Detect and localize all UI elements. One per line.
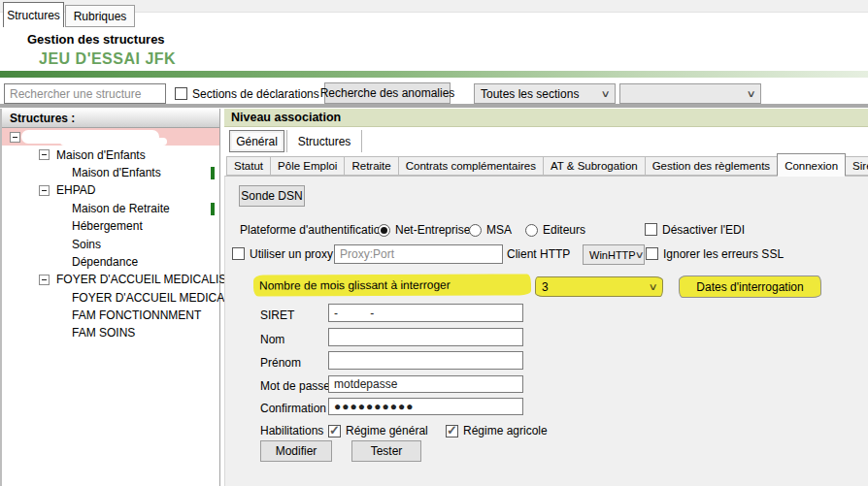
use-proxy-checkbox[interactable] — [232, 247, 245, 260]
radio-net-entreprise[interactable] — [378, 224, 390, 237]
tree-item-association-root[interactable] — [2, 128, 219, 146]
secondary-filter-dropdown[interactable]: ∨ — [619, 83, 761, 104]
tree-item-soins[interactable]: Soins — [2, 235, 219, 252]
tree-item-ehpad[interactable]: EHPAD — [2, 181, 219, 199]
chevron-down-icon: ∨ — [600, 88, 610, 99]
client-http-label: Client HTTP — [507, 247, 570, 261]
tab-gestion-reglements[interactable]: Gestion des règlements — [645, 156, 778, 176]
tab-general[interactable]: Général — [229, 130, 284, 152]
tree-item-dependance[interactable]: Dépendance — [2, 253, 219, 271]
client-http-dropdown[interactable]: WinHTTP ∨ — [583, 244, 645, 265]
regime-general-label: Régime général — [346, 424, 428, 437]
tree-item-maison-retraite[interactable]: Maison de Retraite — [2, 200, 219, 217]
tab-contrats-complementaires[interactable]: Contrats complémentaires — [398, 156, 544, 176]
collapse-icon[interactable] — [39, 149, 50, 160]
prenom-label: Prénom — [260, 356, 301, 370]
tree-item-label: Maison d'Enfants — [72, 166, 161, 179]
tree-item-label: FAM SOINS — [72, 326, 135, 340]
siret-label: SIRET — [260, 308, 294, 322]
regime-general-checkbox[interactable] — [328, 425, 341, 437]
nom-label: Nom — [260, 333, 284, 346]
company-name: JEU D'ESSAI JFK — [39, 50, 176, 68]
nom-input[interactable] — [328, 328, 523, 346]
sections-declarations-checkbox[interactable] — [175, 87, 187, 100]
structures-tree: Maison d'Enfants Maison d'Enfants EHPAD … — [2, 128, 219, 342]
tree-item-fam-fonctionnment[interactable]: FAM FONCTIONNMENT — [2, 307, 219, 324]
tab-connexion[interactable]: Connexion — [777, 153, 846, 177]
sections-filter-value: Toutes les sections — [481, 87, 579, 101]
months-to-query-label: Nombre de mois glissant à interroger — [253, 274, 531, 296]
tab-rubriques-label: Rubriques — [74, 10, 127, 23]
mot-de-passe-input[interactable] — [328, 375, 523, 393]
tree-item-label: Maison de Retraite — [72, 202, 170, 215]
app-window: Structures Rubriques Gestion des structu… — [0, 0, 868, 486]
auth-platform-label: Plateforme d'authentification — [240, 223, 386, 237]
habilitations-label: Habilitations — [260, 424, 323, 437]
interrogation-dates-button[interactable]: Dates d'interrogation — [679, 275, 821, 298]
tree-item-hebergement[interactable]: Hébergement — [2, 217, 219, 235]
tester-button[interactable]: Tester — [351, 440, 421, 462]
tree-item-label: EHPAD — [56, 183, 95, 197]
months-to-query-dropdown[interactable]: 3 ∨ — [535, 276, 663, 297]
tab-pole-emploi[interactable]: Pôle Emploi — [270, 156, 345, 176]
collapse-icon[interactable] — [39, 185, 50, 196]
page-title: Gestion des structures — [27, 32, 165, 47]
association-level-header: Niveau association — [224, 109, 868, 127]
disable-edi-label: Désactiver l'EDI — [662, 223, 745, 237]
tree-item-label: FOYER D'ACCUEIL MEDICALISE — [56, 273, 234, 286]
sections-filter-dropdown[interactable]: Toutes les sections ∨ — [474, 83, 616, 104]
tab-sirets-externes[interactable]: Sirets externes — [845, 156, 868, 176]
green-status-marker — [211, 203, 215, 215]
radio-net-entreprise-label: Net-Entreprise — [395, 223, 470, 237]
tab-structures-label: Structures — [7, 9, 60, 22]
section-tabs: Statut Pôle Emploi Retraite Contrats com… — [226, 153, 866, 176]
connexion-tab-content: Sonde DSN Plateforme d'authentification … — [224, 176, 868, 486]
chevron-down-icon: ∨ — [634, 249, 644, 260]
disable-edi-checkbox[interactable] — [645, 223, 657, 236]
tree-item-label: Hébergement — [72, 219, 143, 233]
redaction-whiteout — [60, 138, 167, 146]
tree-item-label: Dépendance — [72, 255, 138, 269]
regime-agricole-checkbox[interactable] — [446, 425, 458, 437]
confirmation-label: Confirmation — [260, 402, 326, 415]
tree-item-fam-soins[interactable]: FAM SOINS — [2, 324, 219, 341]
search-input[interactable] — [4, 83, 166, 104]
regime-agricole-label: Régime agricole — [463, 424, 548, 437]
tab-structures-level[interactable]: Structures — [286, 130, 362, 152]
tab-rubriques[interactable]: Rubriques — [65, 5, 135, 27]
tab-at-subrogation[interactable]: AT & Subrogation — [543, 156, 646, 176]
ignore-ssl-label: Ignorer les erreurs SSL — [663, 247, 784, 261]
modifier-button[interactable]: Modifier — [260, 440, 332, 462]
collapse-icon[interactable] — [39, 275, 50, 285]
use-proxy-label: Utiliser un proxy — [250, 247, 333, 261]
radio-msa[interactable] — [469, 224, 482, 237]
tree-item-maison-enfants[interactable]: Maison d'Enfants — [2, 146, 219, 163]
tab-statut[interactable]: Statut — [226, 156, 271, 176]
horizontal-separator — [0, 104, 868, 108]
siret-input[interactable] — [328, 304, 523, 322]
tree-item-foyer-accueil[interactable]: FOYER D'ACCUEIL MEDICALISE — [2, 271, 219, 288]
tree-item-label: FAM FONCTIONNMENT — [72, 308, 201, 322]
radio-editeurs[interactable] — [525, 224, 538, 237]
months-to-query-value: 3 — [542, 280, 549, 294]
sections-declarations-label: Sections de déclarations — [192, 87, 319, 101]
mot-de-passe-label: Mot de passe — [260, 379, 330, 393]
collapse-icon[interactable] — [10, 132, 20, 143]
confirmation-input[interactable] — [328, 398, 523, 415]
proxy-port-input[interactable] — [334, 244, 503, 264]
tree-item-foyer-accueil-child[interactable]: FOYER D'ACCUEIL MEDICA... — [2, 289, 219, 307]
tree-panel-header: Structures : — [2, 109, 219, 128]
tree-item-label: FOYER D'ACCUEIL MEDICA... — [72, 291, 234, 305]
radio-msa-label: MSA — [486, 223, 512, 237]
anomalies-search-button[interactable]: Recherche des anomalies — [324, 82, 451, 104]
tree-item-maison-enfants-child[interactable]: Maison d'Enfants — [2, 164, 219, 181]
radio-editeurs-label: Editeurs — [543, 223, 585, 237]
prenom-input[interactable] — [328, 351, 523, 370]
green-status-marker — [211, 167, 215, 179]
sonde-dsn-button[interactable]: Sonde DSN — [239, 185, 305, 207]
tab-structures[interactable]: Structures — [3, 2, 64, 27]
chevron-down-icon: ∨ — [648, 281, 657, 292]
tab-retraite[interactable]: Retraite — [344, 156, 398, 176]
green-divider-bar — [0, 71, 868, 78]
ignore-ssl-checkbox[interactable] — [646, 247, 658, 260]
